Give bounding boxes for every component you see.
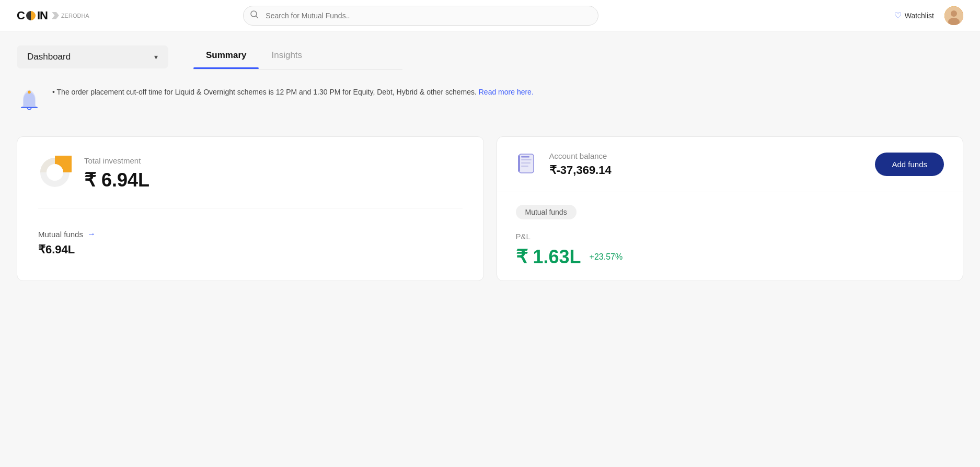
svg-point-7 [47,164,63,181]
notification-text: • The order placement cut-off time for L… [52,86,534,98]
account-balance-section: Account balance ₹-37,369.14 Add funds [497,137,963,192]
mutual-funds-pnl-section: Mutual funds P&L ₹ 1.63L +23.57% [497,192,963,281]
svg-rect-9 [521,156,529,158]
account-balance-info: Account balance ₹-37,369.14 [549,151,612,177]
svg-point-5 [28,91,31,94]
zerodha-logo: ZERODHA [52,12,89,19]
zerodha-icon [52,12,59,19]
read-more-link[interactable]: Read more here. [479,88,534,96]
account-card: Account balance ₹-37,369.14 Add funds Mu… [497,136,964,281]
header: CIN ZERODHA ♡ Watchlist [0,0,980,31]
search-icon [250,10,259,21]
account-balance-left: Account balance ₹-37,369.14 [516,151,612,177]
mutual-funds-section: Mutual funds → ₹6.94L [38,217,463,256]
svg-rect-11 [521,162,531,164]
header-right: ♡ Watchlist [894,6,963,25]
mutual-funds-badge: Mutual funds [516,205,577,219]
svg-rect-13 [518,155,520,172]
total-investment-info: Total investment ₹ 6.94L [84,156,149,191]
search-bar [243,6,598,26]
svg-rect-12 [521,166,528,167]
search-input[interactable] [243,6,598,26]
svg-line-1 [256,16,258,18]
main-content: Dashboard ▾ Summary Insights [0,31,980,294]
pnl-value-row: ₹ 1.63L +23.57% [516,246,944,268]
avatar[interactable] [944,6,963,25]
logo-area: CIN ZERODHA [17,9,89,22]
tab-summary[interactable]: Summary [193,44,259,67]
watchlist-button[interactable]: ♡ Watchlist [894,10,934,20]
tabs: Summary Insights [193,44,402,67]
add-funds-button[interactable]: Add funds [875,153,944,176]
book-icon [516,152,539,177]
coin-logo: CIN [17,9,48,22]
total-investment-card: Total investment ₹ 6.94L Mutual funds → … [17,136,484,281]
pie-chart-icon [38,156,72,191]
tab-insights[interactable]: Insights [259,44,315,67]
heart-icon: ♡ [894,10,902,20]
tabs-underline [193,69,402,69]
chevron-down-icon: ▾ [154,53,158,61]
dashboard-dropdown[interactable]: Dashboard ▾ [17,45,168,68]
svg-rect-10 [521,159,532,160]
coin-o-icon [26,11,36,20]
svg-point-3 [951,10,957,17]
total-investment-section: Total investment ₹ 6.94L [38,156,463,208]
arrow-right-icon[interactable]: → [87,229,96,239]
cards-row: Total investment ₹ 6.94L Mutual funds → … [17,136,963,281]
nav-row: Dashboard ▾ Summary Insights [17,44,963,69]
bell-icon [17,88,42,115]
notification-banner: • The order placement cut-off time for L… [17,82,963,120]
